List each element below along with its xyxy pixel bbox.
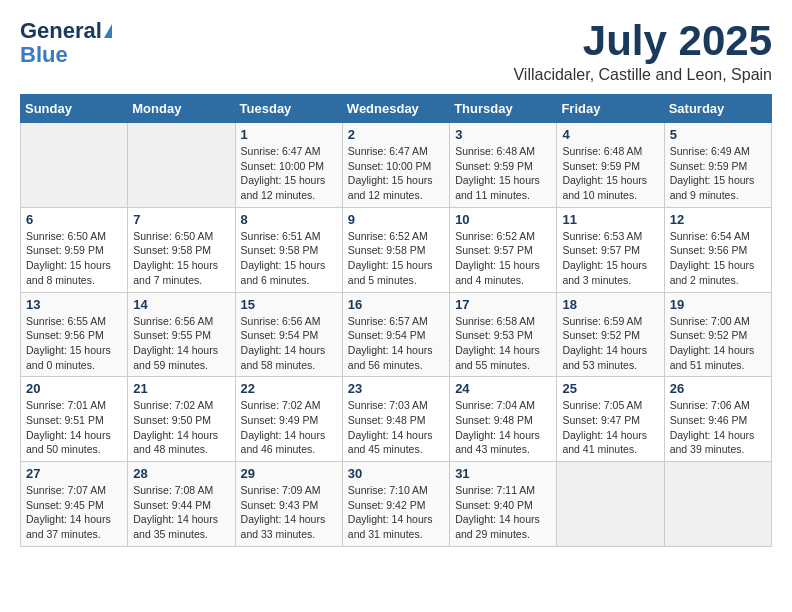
day-info: Sunrise: 6:52 AMSunset: 9:58 PMDaylight:… xyxy=(348,229,444,288)
day-info: Sunrise: 6:49 AMSunset: 9:59 PMDaylight:… xyxy=(670,144,766,203)
day-number: 17 xyxy=(455,297,551,312)
day-info: Sunrise: 7:02 AMSunset: 9:50 PMDaylight:… xyxy=(133,398,229,457)
calendar-day-cell: 24Sunrise: 7:04 AMSunset: 9:48 PMDayligh… xyxy=(450,377,557,462)
day-number: 1 xyxy=(241,127,337,142)
logo-triangle-icon xyxy=(104,24,112,38)
calendar-day-cell: 27Sunrise: 7:07 AMSunset: 9:45 PMDayligh… xyxy=(21,462,128,547)
day-number: 4 xyxy=(562,127,658,142)
month-title: July 2025 xyxy=(513,20,772,62)
title-area: July 2025 Villacidaler, Castille and Leo… xyxy=(513,20,772,84)
day-info: Sunrise: 7:00 AMSunset: 9:52 PMDaylight:… xyxy=(670,314,766,373)
logo: General Blue xyxy=(20,20,112,68)
calendar-day-cell: 16Sunrise: 6:57 AMSunset: 9:54 PMDayligh… xyxy=(342,292,449,377)
day-info: Sunrise: 6:56 AMSunset: 9:54 PMDaylight:… xyxy=(241,314,337,373)
calendar-day-cell xyxy=(21,123,128,208)
weekday-header: Friday xyxy=(557,95,664,123)
calendar-day-cell: 4Sunrise: 6:48 AMSunset: 9:59 PMDaylight… xyxy=(557,123,664,208)
calendar-day-cell: 8Sunrise: 6:51 AMSunset: 9:58 PMDaylight… xyxy=(235,207,342,292)
calendar-day-cell xyxy=(557,462,664,547)
calendar-day-cell: 18Sunrise: 6:59 AMSunset: 9:52 PMDayligh… xyxy=(557,292,664,377)
day-number: 9 xyxy=(348,212,444,227)
day-number: 21 xyxy=(133,381,229,396)
day-info: Sunrise: 6:51 AMSunset: 9:58 PMDaylight:… xyxy=(241,229,337,288)
calendar-day-cell: 5Sunrise: 6:49 AMSunset: 9:59 PMDaylight… xyxy=(664,123,771,208)
calendar-day-cell: 17Sunrise: 6:58 AMSunset: 9:53 PMDayligh… xyxy=(450,292,557,377)
weekday-header: Saturday xyxy=(664,95,771,123)
day-number: 6 xyxy=(26,212,122,227)
day-number: 5 xyxy=(670,127,766,142)
calendar-day-cell: 19Sunrise: 7:00 AMSunset: 9:52 PMDayligh… xyxy=(664,292,771,377)
calendar-day-cell: 13Sunrise: 6:55 AMSunset: 9:56 PMDayligh… xyxy=(21,292,128,377)
day-info: Sunrise: 6:56 AMSunset: 9:55 PMDaylight:… xyxy=(133,314,229,373)
calendar-week-row: 6Sunrise: 6:50 AMSunset: 9:59 PMDaylight… xyxy=(21,207,772,292)
day-info: Sunrise: 7:05 AMSunset: 9:47 PMDaylight:… xyxy=(562,398,658,457)
day-info: Sunrise: 6:55 AMSunset: 9:56 PMDaylight:… xyxy=(26,314,122,373)
day-number: 18 xyxy=(562,297,658,312)
day-info: Sunrise: 7:04 AMSunset: 9:48 PMDaylight:… xyxy=(455,398,551,457)
calendar-day-cell: 30Sunrise: 7:10 AMSunset: 9:42 PMDayligh… xyxy=(342,462,449,547)
weekday-header: Tuesday xyxy=(235,95,342,123)
day-info: Sunrise: 6:50 AMSunset: 9:58 PMDaylight:… xyxy=(133,229,229,288)
day-info: Sunrise: 6:50 AMSunset: 9:59 PMDaylight:… xyxy=(26,229,122,288)
day-info: Sunrise: 6:48 AMSunset: 9:59 PMDaylight:… xyxy=(455,144,551,203)
weekday-header: Thursday xyxy=(450,95,557,123)
logo-general: General xyxy=(20,20,102,42)
day-number: 31 xyxy=(455,466,551,481)
day-info: Sunrise: 7:08 AMSunset: 9:44 PMDaylight:… xyxy=(133,483,229,542)
weekday-header: Monday xyxy=(128,95,235,123)
day-info: Sunrise: 6:59 AMSunset: 9:52 PMDaylight:… xyxy=(562,314,658,373)
calendar-day-cell: 26Sunrise: 7:06 AMSunset: 9:46 PMDayligh… xyxy=(664,377,771,462)
day-number: 16 xyxy=(348,297,444,312)
day-number: 23 xyxy=(348,381,444,396)
calendar-week-row: 27Sunrise: 7:07 AMSunset: 9:45 PMDayligh… xyxy=(21,462,772,547)
day-number: 19 xyxy=(670,297,766,312)
calendar-day-cell: 29Sunrise: 7:09 AMSunset: 9:43 PMDayligh… xyxy=(235,462,342,547)
day-number: 22 xyxy=(241,381,337,396)
weekday-header: Wednesday xyxy=(342,95,449,123)
day-info: Sunrise: 7:07 AMSunset: 9:45 PMDaylight:… xyxy=(26,483,122,542)
day-info: Sunrise: 7:01 AMSunset: 9:51 PMDaylight:… xyxy=(26,398,122,457)
day-info: Sunrise: 7:02 AMSunset: 9:49 PMDaylight:… xyxy=(241,398,337,457)
calendar-day-cell: 28Sunrise: 7:08 AMSunset: 9:44 PMDayligh… xyxy=(128,462,235,547)
day-number: 20 xyxy=(26,381,122,396)
day-info: Sunrise: 6:53 AMSunset: 9:57 PMDaylight:… xyxy=(562,229,658,288)
day-number: 8 xyxy=(241,212,337,227)
calendar-day-cell: 6Sunrise: 6:50 AMSunset: 9:59 PMDaylight… xyxy=(21,207,128,292)
day-info: Sunrise: 6:47 AMSunset: 10:00 PMDaylight… xyxy=(241,144,337,203)
day-number: 12 xyxy=(670,212,766,227)
calendar-day-cell: 2Sunrise: 6:47 AMSunset: 10:00 PMDayligh… xyxy=(342,123,449,208)
day-number: 7 xyxy=(133,212,229,227)
day-info: Sunrise: 7:11 AMSunset: 9:40 PMDaylight:… xyxy=(455,483,551,542)
day-info: Sunrise: 7:06 AMSunset: 9:46 PMDaylight:… xyxy=(670,398,766,457)
day-number: 10 xyxy=(455,212,551,227)
calendar-day-cell xyxy=(664,462,771,547)
day-number: 29 xyxy=(241,466,337,481)
calendar-day-cell: 1Sunrise: 6:47 AMSunset: 10:00 PMDayligh… xyxy=(235,123,342,208)
day-number: 26 xyxy=(670,381,766,396)
day-number: 25 xyxy=(562,381,658,396)
day-number: 3 xyxy=(455,127,551,142)
calendar-week-row: 13Sunrise: 6:55 AMSunset: 9:56 PMDayligh… xyxy=(21,292,772,377)
calendar-week-row: 20Sunrise: 7:01 AMSunset: 9:51 PMDayligh… xyxy=(21,377,772,462)
day-info: Sunrise: 7:10 AMSunset: 9:42 PMDaylight:… xyxy=(348,483,444,542)
calendar-day-cell: 21Sunrise: 7:02 AMSunset: 9:50 PMDayligh… xyxy=(128,377,235,462)
day-number: 30 xyxy=(348,466,444,481)
calendar-day-cell: 22Sunrise: 7:02 AMSunset: 9:49 PMDayligh… xyxy=(235,377,342,462)
location: Villacidaler, Castille and Leon, Spain xyxy=(513,66,772,84)
day-info: Sunrise: 6:54 AMSunset: 9:56 PMDaylight:… xyxy=(670,229,766,288)
day-number: 14 xyxy=(133,297,229,312)
day-number: 13 xyxy=(26,297,122,312)
day-info: Sunrise: 7:09 AMSunset: 9:43 PMDaylight:… xyxy=(241,483,337,542)
day-info: Sunrise: 6:57 AMSunset: 9:54 PMDaylight:… xyxy=(348,314,444,373)
calendar-week-row: 1Sunrise: 6:47 AMSunset: 10:00 PMDayligh… xyxy=(21,123,772,208)
day-info: Sunrise: 7:03 AMSunset: 9:48 PMDaylight:… xyxy=(348,398,444,457)
calendar-day-cell: 10Sunrise: 6:52 AMSunset: 9:57 PMDayligh… xyxy=(450,207,557,292)
calendar-day-cell xyxy=(128,123,235,208)
calendar-day-cell: 11Sunrise: 6:53 AMSunset: 9:57 PMDayligh… xyxy=(557,207,664,292)
calendar-day-cell: 25Sunrise: 7:05 AMSunset: 9:47 PMDayligh… xyxy=(557,377,664,462)
day-info: Sunrise: 6:48 AMSunset: 9:59 PMDaylight:… xyxy=(562,144,658,203)
calendar-day-cell: 31Sunrise: 7:11 AMSunset: 9:40 PMDayligh… xyxy=(450,462,557,547)
day-number: 27 xyxy=(26,466,122,481)
calendar-day-cell: 20Sunrise: 7:01 AMSunset: 9:51 PMDayligh… xyxy=(21,377,128,462)
calendar-day-cell: 12Sunrise: 6:54 AMSunset: 9:56 PMDayligh… xyxy=(664,207,771,292)
